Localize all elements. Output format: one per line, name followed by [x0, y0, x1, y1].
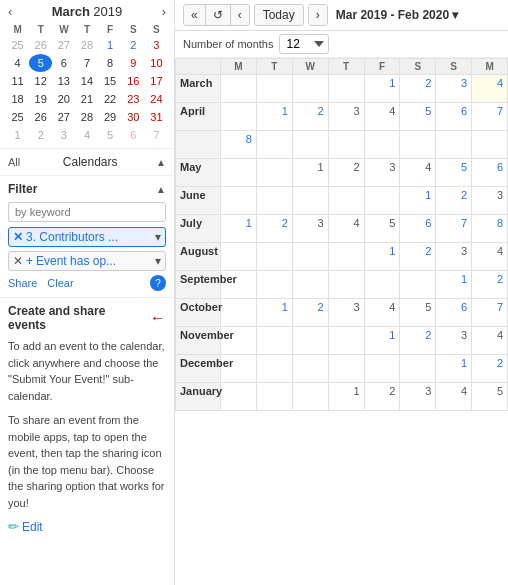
cal-day[interactable] [472, 131, 508, 159]
cal-day[interactable] [364, 355, 400, 383]
mini-cal-day[interactable]: 27 [52, 36, 75, 54]
cal-day[interactable]: 8 [472, 215, 508, 243]
cal-day[interactable] [364, 187, 400, 215]
cal-day[interactable]: 3 [292, 215, 328, 243]
cal-day[interactable]: 2 [256, 215, 292, 243]
cal-day[interactable]: 4 [472, 327, 508, 355]
cal-day[interactable] [292, 187, 328, 215]
mini-cal-day[interactable]: 3 [52, 126, 75, 144]
mini-cal-day[interactable]: 30 [122, 108, 145, 126]
cal-day[interactable] [256, 355, 292, 383]
next-button[interactable]: › [309, 5, 327, 25]
cal-day[interactable] [256, 327, 292, 355]
cal-day[interactable]: 1 [292, 159, 328, 187]
tag-contributors[interactable]: ✕ 3. Contributors ... ▾ [8, 227, 166, 247]
mini-cal-day[interactable]: 18 [6, 90, 29, 108]
cal-day[interactable]: 4 [472, 75, 508, 103]
cal-day[interactable] [221, 187, 257, 215]
keyword-input[interactable] [8, 202, 166, 222]
cal-day[interactable] [328, 131, 364, 159]
edit-link[interactable]: ✏ Edit [8, 519, 166, 534]
cal-day[interactable] [256, 383, 292, 411]
cal-day[interactable]: 3 [364, 159, 400, 187]
cal-day[interactable] [328, 355, 364, 383]
cal-day[interactable] [292, 327, 328, 355]
cal-day[interactable]: 1 [364, 75, 400, 103]
mini-cal-day[interactable]: 26 [29, 108, 52, 126]
mini-cal-day[interactable]: 22 [99, 90, 122, 108]
cal-day[interactable] [256, 131, 292, 159]
mini-cal-day[interactable]: 4 [75, 126, 98, 144]
cal-day[interactable] [221, 103, 257, 131]
cal-day[interactable] [221, 159, 257, 187]
cal-day[interactable] [256, 243, 292, 271]
mini-cal-day[interactable]: 23 [122, 90, 145, 108]
mini-cal-day[interactable]: 24 [145, 90, 168, 108]
mini-cal-day[interactable]: 25 [6, 108, 29, 126]
mini-cal-day[interactable]: 25 [6, 36, 29, 54]
cal-day[interactable]: 1 [256, 103, 292, 131]
mini-cal-day[interactable]: 10 [145, 54, 168, 72]
cal-day[interactable]: 1 [436, 355, 472, 383]
cal-day[interactable]: 2 [400, 75, 436, 103]
cal-day[interactable]: 4 [364, 299, 400, 327]
mini-cal-day[interactable]: 1 [6, 126, 29, 144]
mini-cal-day[interactable]: 15 [99, 72, 122, 90]
cal-day[interactable] [292, 271, 328, 299]
cal-day[interactable]: 1 [436, 271, 472, 299]
cal-day[interactable]: 1 [221, 215, 257, 243]
months-select[interactable]: 1234612 [279, 34, 329, 54]
mini-cal-day[interactable]: 1 [99, 36, 122, 54]
cal-day[interactable]: 3 [400, 383, 436, 411]
cal-day[interactable]: 4 [364, 103, 400, 131]
cal-day[interactable]: 6 [436, 103, 472, 131]
mini-cal-day[interactable]: 3 [145, 36, 168, 54]
mini-cal-next[interactable]: › [160, 4, 168, 19]
mini-cal-day[interactable]: 12 [29, 72, 52, 90]
mini-cal-day[interactable]: 8 [99, 54, 122, 72]
mini-cal-day[interactable]: 2 [122, 36, 145, 54]
mini-cal-day[interactable]: 6 [52, 54, 75, 72]
cal-day[interactable]: 5 [436, 159, 472, 187]
cal-day[interactable] [364, 271, 400, 299]
cal-day[interactable] [221, 299, 257, 327]
cal-day[interactable] [221, 243, 257, 271]
clear-link[interactable]: Clear [47, 277, 73, 289]
prev-button[interactable]: ‹ [231, 5, 249, 25]
mini-cal-day[interactable]: 5 [99, 126, 122, 144]
cal-day[interactable]: 2 [292, 299, 328, 327]
cal-day[interactable]: 3 [436, 243, 472, 271]
cal-day[interactable]: 3 [436, 327, 472, 355]
cal-day[interactable]: 2 [400, 243, 436, 271]
cal-day[interactable]: 1 [328, 383, 364, 411]
mini-cal-day[interactable]: 9 [122, 54, 145, 72]
cal-day[interactable] [221, 383, 257, 411]
today-button[interactable]: Today [254, 4, 304, 26]
cal-day[interactable]: 5 [400, 299, 436, 327]
cal-day[interactable] [436, 131, 472, 159]
mini-cal-day[interactable]: 13 [52, 72, 75, 90]
cal-day[interactable] [256, 159, 292, 187]
mini-cal-prev[interactable]: ‹ [6, 4, 14, 19]
mini-cal-day[interactable]: 28 [75, 36, 98, 54]
mini-cal-day[interactable]: 4 [6, 54, 29, 72]
cal-day[interactable] [292, 75, 328, 103]
cal-day[interactable] [292, 243, 328, 271]
cal-day[interactable]: 7 [472, 299, 508, 327]
cal-day[interactable] [221, 75, 257, 103]
cal-day[interactable]: 2 [292, 103, 328, 131]
remove-tag2[interactable]: ✕ [13, 254, 23, 268]
cal-day[interactable]: 6 [436, 299, 472, 327]
refresh-button[interactable]: ↺ [206, 5, 231, 25]
cal-day[interactable]: 1 [256, 299, 292, 327]
cal-day[interactable] [328, 327, 364, 355]
mini-cal-day[interactable]: 6 [122, 126, 145, 144]
calendars-toggle[interactable]: All Calendars ▲ [8, 155, 166, 169]
cal-day[interactable] [256, 75, 292, 103]
cal-day[interactable] [400, 131, 436, 159]
cal-day[interactable] [364, 131, 400, 159]
help-button[interactable]: ? [150, 275, 166, 291]
date-range[interactable]: Mar 2019 - Feb 2020 ▾ [336, 8, 458, 22]
cal-day[interactable]: 1 [364, 327, 400, 355]
cal-day[interactable]: 1 [400, 187, 436, 215]
